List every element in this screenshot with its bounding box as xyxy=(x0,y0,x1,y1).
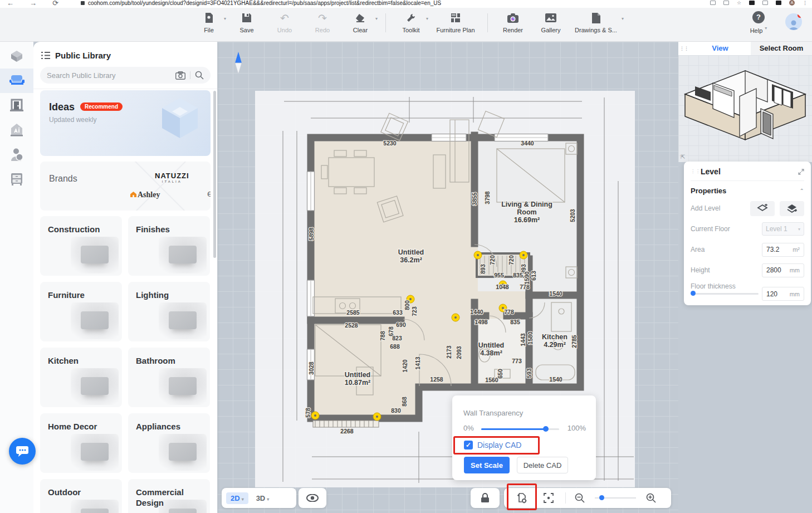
display-cad-label: Display CAD xyxy=(477,441,521,450)
display-cad-toggle[interactable]: ✓ Display CAD xyxy=(464,441,521,450)
library-card-home-decor[interactable]: Home Decor xyxy=(40,413,122,473)
brand-ashley-logo: Ashley xyxy=(130,190,160,199)
library-card-appliances[interactable]: Appliances xyxy=(128,413,210,473)
browser-reload-icon[interactable]: ⟳ xyxy=(52,0,58,7)
svg-text:Untitled36.2m²: Untitled36.2m² xyxy=(398,248,424,264)
rail-construction-tab[interactable] xyxy=(0,93,33,118)
sofa-icon xyxy=(9,74,25,87)
library-card-lighting[interactable]: Lighting xyxy=(128,282,210,341)
share-icon[interactable] xyxy=(723,1,729,5)
user-avatar[interactable] xyxy=(785,13,802,30)
add-level-label: Add Level xyxy=(691,204,745,212)
address-bar[interactable]: coohom.com/pub/tool/yundesign/cloud?desi… xyxy=(81,0,441,6)
extension-icon[interactable] xyxy=(749,1,755,5)
lock-button[interactable] xyxy=(471,488,500,508)
collapse-chevron-icon[interactable]: ⌃ xyxy=(800,188,804,194)
rail-models-tab[interactable] xyxy=(0,44,33,69)
current-floor-label: Current Floor xyxy=(691,225,762,233)
library-card-finishes[interactable]: Finishes xyxy=(128,216,210,276)
eye-icon xyxy=(306,494,319,502)
resize-handle-icon[interactable]: ⇱ xyxy=(681,154,685,160)
image-search-camera-icon[interactable] xyxy=(175,71,185,80)
svg-text:2093: 2093 xyxy=(456,346,462,359)
brand-natuzzi-logo: NATUZZIITALIA xyxy=(155,172,189,183)
zoom-out-button[interactable] xyxy=(570,488,589,508)
chat-support-button[interactable] xyxy=(9,438,36,465)
gallery-icon xyxy=(534,11,568,25)
library-card-title: Commercial Design xyxy=(136,487,192,508)
current-floor-select[interactable]: Level 1▾ xyxy=(762,222,804,236)
mode-2d-button[interactable]: 2D▾ xyxy=(226,492,248,504)
svg-text:720: 720 xyxy=(489,255,496,265)
rail-ai-design-tab[interactable] xyxy=(0,118,33,142)
library-card-furniture[interactable]: Furniture xyxy=(40,282,122,341)
rail-custom-furniture-tab[interactable] xyxy=(0,167,33,191)
puzzle-icon[interactable] xyxy=(762,1,768,5)
svg-text:2785: 2785 xyxy=(571,335,578,348)
library-card-title: Finishes xyxy=(136,224,192,234)
svg-text:Untitled10.87m²: Untitled10.87m² xyxy=(345,371,371,387)
tab-view[interactable]: View xyxy=(689,42,751,55)
mode-3d-button[interactable]: 3D▾ xyxy=(253,492,273,504)
undo-button[interactable]: ↶ Undo xyxy=(267,11,302,33)
render-button[interactable]: Render xyxy=(496,11,530,33)
floorplan-canvas[interactable]: 5230344058983028578385537985203893720720… xyxy=(217,42,678,513)
help-button[interactable]: ? Help▾ xyxy=(746,11,771,34)
checkbox-checked-icon[interactable]: ✓ xyxy=(464,441,473,450)
drawings-button[interactable]: ▾Drawings & S... xyxy=(571,11,620,33)
tab-select-room[interactable]: Select Room xyxy=(751,42,812,55)
floor-thickness-input[interactable]: 120mm xyxy=(762,287,804,301)
brands-card[interactable]: Brands NATUZZIITALIA Mi Ashley ego. xyxy=(40,162,211,211)
svg-text:1540: 1540 xyxy=(549,290,562,297)
bookmark-star-icon[interactable]: ☆ xyxy=(737,0,741,6)
add-level-above-button[interactable] xyxy=(780,201,804,216)
file-button[interactable]: ▾File xyxy=(192,11,226,33)
panel-drag-handle[interactable]: ⋮⋮ xyxy=(678,42,689,55)
expand-icon[interactable] xyxy=(798,169,804,175)
floor-thickness-slider[interactable] xyxy=(691,291,759,296)
library-card-commercial-design[interactable]: Commercial Design xyxy=(128,479,210,513)
recommend-badge: Recommend xyxy=(80,102,123,111)
ideas-subtitle: Updated weekly xyxy=(49,116,96,124)
search-icon[interactable] xyxy=(195,71,204,80)
fit-view-button[interactable] xyxy=(536,488,561,508)
library-card-bathroom[interactable]: Bathroom xyxy=(128,348,210,407)
redo-button[interactable]: ↷ Redo xyxy=(305,11,340,33)
gallery-button[interactable]: Gallery xyxy=(534,11,568,33)
toolkit-button[interactable]: ▾Toolkit xyxy=(394,11,428,33)
translate-icon[interactable] xyxy=(710,1,716,5)
library-card-kitchen[interactable]: Kitchen xyxy=(40,348,122,407)
svg-text:868: 868 xyxy=(401,397,408,407)
rail-furniture-library-tab[interactable] xyxy=(0,69,33,93)
svg-text:633: 633 xyxy=(393,309,403,316)
furniture-plan-button[interactable]: Furniture Plan xyxy=(432,11,480,33)
delete-cad-button[interactable]: Delete CAD xyxy=(517,457,568,473)
floorplan-drawing[interactable]: 5230344058983028578385537985203893720720… xyxy=(217,42,678,513)
cad-settings-popup: Wall Transparency 0% 100% ✓ Display CAD … xyxy=(452,395,596,480)
sidepanel-icon[interactable] xyxy=(776,1,781,5)
browser-forward-icon[interactable]: → xyxy=(30,0,37,7)
set-scale-button[interactable]: Set Scale xyxy=(464,457,510,473)
area-input[interactable]: 73.2m² xyxy=(762,243,804,257)
clear-button[interactable]: ▾Clear xyxy=(343,11,378,33)
rail-account-tab[interactable] xyxy=(0,142,33,167)
height-input[interactable]: 2800mm xyxy=(762,263,804,277)
3d-preview[interactable]: ⇱ xyxy=(678,55,812,162)
add-level-below-button[interactable] xyxy=(750,201,775,216)
panel-scrollbar[interactable] xyxy=(213,91,216,258)
browser-back-icon[interactable]: ← xyxy=(7,0,14,7)
browser-avatar[interactable]: A xyxy=(789,0,795,6)
zoom-slider[interactable] xyxy=(595,495,636,501)
cad-settings-button[interactable] xyxy=(510,488,534,508)
library-card-construction[interactable]: Construction xyxy=(40,216,122,276)
canvas-tools xyxy=(504,488,671,508)
library-card-outdoor[interactable]: Outdoor xyxy=(40,479,122,513)
level-drag-handle[interactable]: ⋮⋮ xyxy=(691,170,696,173)
ideas-card[interactable]: Ideas Recommend Updated weekly xyxy=(40,90,211,156)
search-input[interactable] xyxy=(47,71,171,80)
visibility-button[interactable] xyxy=(299,488,326,508)
wall-transparency-slider[interactable] xyxy=(481,426,559,432)
zoom-in-button[interactable] xyxy=(642,488,661,508)
save-button[interactable]: Save xyxy=(229,11,264,33)
browser-menu-icon[interactable]: ⋮ xyxy=(803,0,808,6)
